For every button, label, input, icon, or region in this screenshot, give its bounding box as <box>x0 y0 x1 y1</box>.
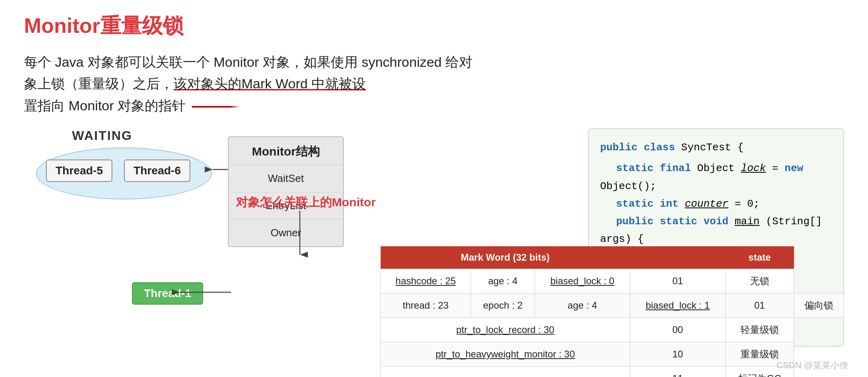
code-line1: public class SyncTest { <box>600 139 832 156</box>
table-header-state: state <box>725 246 794 269</box>
table-row-gc: 11 标记为GC <box>381 367 844 377</box>
td-ptr-lock: ptr_to_lock_record : 30 <box>381 318 630 342</box>
td-00: 00 <box>630 318 725 342</box>
thread-6-box: Thread-6 <box>124 160 190 182</box>
table-row-heavyweight: ptr_to_heavyweight_monitor : 30 10 重量级锁 <box>381 342 844 367</box>
code-line3: static int counter = 0; <box>600 195 832 213</box>
table-row-lightweight: ptr_to_lock_record : 30 00 轻量级锁 <box>381 318 844 342</box>
thread-5-box: Thread-5 <box>46 160 112 182</box>
td-biased1: biased_lock : 1 <box>630 293 725 318</box>
main-area: WAITING Thread-5 Thread-6 Thread-1 <box>24 128 844 377</box>
code-line4: public static void main (String[] args) … <box>600 213 832 248</box>
watermark: CSDN @菜菜小僧 <box>776 359 848 371</box>
right-area: public class SyncTest { static final Obj… <box>372 128 844 377</box>
td-empty <box>381 367 630 377</box>
diagram-area: WAITING Thread-5 Thread-6 Thread-1 <box>24 128 372 377</box>
td-age1: age : 4 <box>471 269 535 293</box>
td-01-biased: 01 <box>725 293 794 318</box>
td-biased0: biased_lock : 0 <box>535 269 630 293</box>
table-row-nolock: hashcode : 25 age : 4 biased_lock : 0 01… <box>381 269 844 293</box>
description: 每个 Java 对象都可以关联一个 Monitor 对象，如果使用 synchr… <box>24 51 484 116</box>
td-nolock-state: 无锁 <box>725 269 794 293</box>
monitor-waitset: WaitSet <box>229 165 343 192</box>
waiting-label: WAITING <box>72 128 132 143</box>
desc-text-3: 置指向 Monitor 对象的指针 <box>24 98 186 113</box>
monitor-title: Monitor结构 <box>229 137 343 165</box>
arrow-owner-svg <box>179 289 235 297</box>
td-lightweight-state: 轻量级锁 <box>725 318 794 342</box>
markword-table: Mark Word (32 bits) state hashcode : 25 … <box>380 246 844 377</box>
page-title: Monitor重量级锁 <box>24 12 844 40</box>
td-biasedlock-state: 偏向锁 <box>794 293 844 318</box>
desc-text-2-underline: 该对象头的Mark Word 中就被设 <box>174 76 366 91</box>
code-line2: static final Object lock = new Object(); <box>600 160 832 195</box>
td-epoch: epoch : 2 <box>471 293 535 318</box>
td-age2: age : 4 <box>535 293 630 318</box>
td-thread: thread : 23 <box>381 293 471 318</box>
td-01-nolock: 01 <box>630 269 725 293</box>
table-header-markword: Mark Word (32 bits) <box>381 246 630 269</box>
td-11: 11 <box>630 367 725 377</box>
label-arrow-area: 对象怎么关联上的Monitor <box>236 194 376 259</box>
table-header-bits <box>630 246 725 269</box>
td-hashcode: hashcode : 25 <box>381 269 471 293</box>
page: Monitor重量级锁 每个 Java 对象都可以关联一个 Monitor 对象… <box>0 0 868 377</box>
label-arrow-text: 对象怎么关联上的Monitor <box>236 194 376 211</box>
arrow-down-svg <box>288 211 312 259</box>
td-ptr-monitor: ptr_to_heavyweight_monitor : 30 <box>381 342 630 367</box>
table-row-biasedlock: thread : 23 epoch : 2 age : 4 biased_loc… <box>381 293 844 318</box>
td-10: 10 <box>630 342 725 367</box>
